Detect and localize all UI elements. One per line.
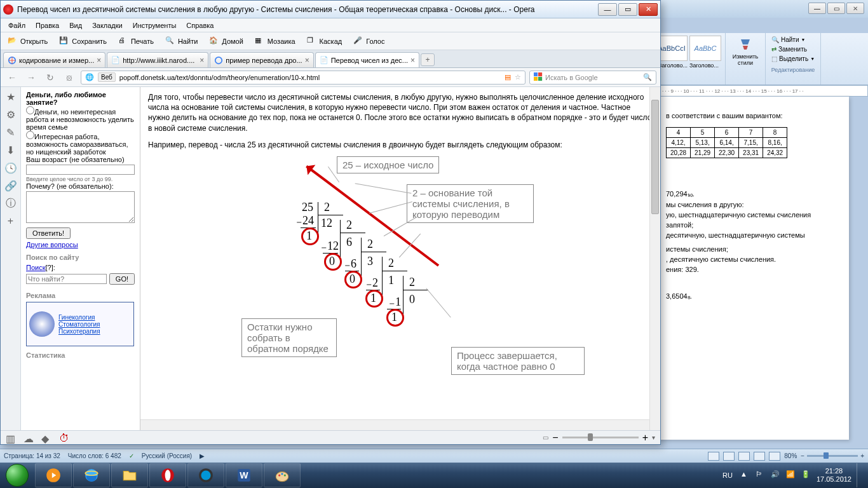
rss-icon[interactable]: ▤ bbox=[505, 73, 511, 81]
bookmarks-panel-icon[interactable]: ★ bbox=[5, 91, 17, 102]
zoom-in-icon[interactable]: + bbox=[642, 432, 648, 444]
print-button[interactable]: 🖨Печать bbox=[114, 34, 158, 48]
unite-icon[interactable]: ◆ bbox=[41, 433, 51, 443]
menu-bookmarks[interactable]: Закладки bbox=[88, 20, 126, 30]
browser-tab[interactable]: пример перевода дро...× bbox=[210, 52, 313, 67]
why-textarea[interactable] bbox=[26, 191, 135, 223]
start-button[interactable] bbox=[0, 463, 34, 488]
find-button[interactable]: 🔍Найти bbox=[161, 34, 202, 48]
stop-button[interactable]: ⦻ bbox=[62, 71, 77, 85]
browser-tab[interactable]: 📄 http://www.iiikt.narod....× bbox=[107, 52, 208, 67]
close-button[interactable]: ✕ bbox=[639, 3, 658, 16]
menu-view[interactable]: Вид bbox=[65, 20, 86, 30]
select-button[interactable]: ⬚ Выделить▼ bbox=[770, 55, 817, 63]
forward-button[interactable]: → bbox=[24, 71, 39, 85]
show-desktop-button[interactable] bbox=[857, 463, 863, 487]
style-preview[interactable]: AaBbC bbox=[689, 36, 721, 61]
minimize-button[interactable]: — bbox=[598, 3, 617, 16]
menu-file[interactable]: Файл bbox=[4, 20, 29, 30]
fit-icon[interactable]: ▭ bbox=[543, 434, 548, 441]
go-button[interactable]: GO! bbox=[109, 273, 135, 285]
new-tab-button[interactable]: + bbox=[421, 53, 435, 66]
age-input[interactable] bbox=[26, 165, 135, 175]
task-paint[interactable] bbox=[264, 463, 301, 487]
links-panel-icon[interactable]: 🔗 bbox=[5, 180, 17, 191]
poll-option-radio[interactable] bbox=[26, 106, 34, 114]
ad-banner[interactable]: Гинекология Стоматология Психотерапия bbox=[26, 302, 134, 346]
outline-view[interactable] bbox=[754, 452, 765, 461]
add-panel-icon[interactable]: + bbox=[5, 215, 17, 227]
show-hidden-icon[interactable]: ▲ bbox=[740, 470, 750, 480]
action-center-icon[interactable]: 🏳 bbox=[756, 470, 766, 480]
page-indicator[interactable]: Страница: 14 из 32 bbox=[4, 452, 60, 459]
task-ie[interactable] bbox=[73, 463, 110, 487]
zoom-percent[interactable]: 80% bbox=[784, 452, 797, 459]
word-close-button[interactable]: ✕ bbox=[846, 3, 864, 14]
home-button[interactable]: 🏠Домой bbox=[205, 34, 248, 48]
word-count[interactable]: Число слов: 6 482 bbox=[68, 452, 121, 459]
power-icon[interactable]: 🔋 bbox=[801, 470, 811, 480]
tab-close-icon[interactable]: × bbox=[97, 56, 101, 65]
language-indicator[interactable]: Русский (Россия) bbox=[142, 452, 192, 459]
change-styles-button[interactable]: Изменить стили bbox=[729, 36, 761, 67]
web-layout-view[interactable] bbox=[738, 452, 750, 461]
history-panel-icon[interactable]: 🕓 bbox=[5, 162, 17, 173]
widgets-panel-icon[interactable]: ⚙ bbox=[5, 109, 17, 120]
print-layout-view[interactable] bbox=[708, 452, 719, 461]
fullscreen-view[interactable] bbox=[723, 452, 735, 461]
view-mode-icon[interactable]: ▾ bbox=[652, 434, 655, 441]
task-hp[interactable] bbox=[187, 463, 224, 487]
submit-button[interactable]: Ответить! bbox=[26, 227, 71, 239]
zoom-slider[interactable]: −+ bbox=[801, 452, 864, 459]
word-document[interactable]: в соответствии с вашим вариантом: 45678 … bbox=[658, 97, 849, 440]
star-icon[interactable]: ☆ bbox=[515, 73, 521, 81]
draft-view[interactable] bbox=[769, 452, 780, 461]
replace-button[interactable]: ⇄ Заменить bbox=[770, 45, 809, 53]
open-button[interactable]: 📂Открыть bbox=[3, 34, 52, 48]
address-bar[interactable]: 🌐 Веб popoff.donetsk.ua/text/donntu/odm/… bbox=[81, 71, 526, 85]
menu-edit[interactable]: Правка bbox=[32, 20, 63, 30]
search-field[interactable]: Искать в Google 🔍 bbox=[529, 71, 656, 85]
clock[interactable]: 21:28 17.05.2012 bbox=[817, 467, 851, 484]
spellcheck-icon[interactable]: ✓ bbox=[129, 452, 134, 459]
task-wmp[interactable] bbox=[35, 463, 72, 487]
search-dropdown-icon[interactable]: 🔍 bbox=[643, 73, 652, 81]
task-opera[interactable] bbox=[149, 463, 186, 487]
browser-tab-active[interactable]: 📄 Перевод чисел из дес...× bbox=[315, 52, 419, 67]
site-search-input[interactable] bbox=[26, 274, 107, 284]
find-button[interactable]: 🔍 Найти▼ bbox=[770, 36, 807, 44]
cascade-button[interactable]: ❐Каскад bbox=[302, 34, 347, 48]
info-panel-icon[interactable]: ⓘ bbox=[5, 198, 17, 209]
downloads-panel-icon[interactable]: ⬇ bbox=[5, 144, 17, 156]
task-word[interactable]: W bbox=[226, 463, 262, 487]
voice-button[interactable]: 🎤Голос bbox=[349, 34, 389, 48]
browser-tab[interactable]: кодирование и измер...× bbox=[3, 52, 105, 67]
maximize-button[interactable]: ▭ bbox=[618, 3, 637, 16]
zoom-out-icon[interactable]: − bbox=[552, 432, 558, 444]
tab-close-icon[interactable]: × bbox=[200, 56, 204, 65]
reload-button[interactable]: ↻ bbox=[43, 71, 58, 85]
record-macro-icon[interactable]: ▶ bbox=[200, 452, 205, 459]
word-restore-button[interactable]: ▭ bbox=[827, 3, 845, 14]
vertical-scrollbar[interactable] bbox=[649, 87, 660, 430]
back-button[interactable]: ← bbox=[4, 71, 20, 85]
task-explorer[interactable] bbox=[111, 463, 148, 487]
tab-close-icon[interactable]: × bbox=[410, 56, 415, 65]
menu-tools[interactable]: Инструменты bbox=[129, 20, 180, 30]
volume-icon[interactable]: 🔊 bbox=[771, 470, 781, 480]
sync-icon[interactable]: ☁ bbox=[24, 433, 34, 443]
notes-panel-icon[interactable]: ✎ bbox=[5, 126, 17, 138]
menu-help[interactable]: Справка bbox=[182, 20, 217, 30]
tab-close-icon[interactable]: × bbox=[305, 56, 309, 65]
search-link[interactable]: Поиск bbox=[26, 264, 45, 271]
turbo-icon[interactable]: ⏱ bbox=[59, 433, 69, 443]
opera-titlebar[interactable]: Перевод чисел из десятичной системы счис… bbox=[1, 1, 660, 18]
zoom-slider[interactable] bbox=[562, 437, 639, 438]
save-button[interactable]: 💾Сохранить bbox=[55, 34, 111, 48]
horizontal-scrollbar[interactable] bbox=[140, 419, 649, 430]
network-icon[interactable]: 📶 bbox=[786, 470, 796, 480]
language-bar[interactable]: RU bbox=[720, 470, 735, 480]
tile-button[interactable]: ▦Мозаика bbox=[250, 34, 300, 48]
poll-option-radio[interactable] bbox=[26, 131, 34, 139]
other-questions-link[interactable]: Другие вопросы bbox=[26, 241, 78, 248]
